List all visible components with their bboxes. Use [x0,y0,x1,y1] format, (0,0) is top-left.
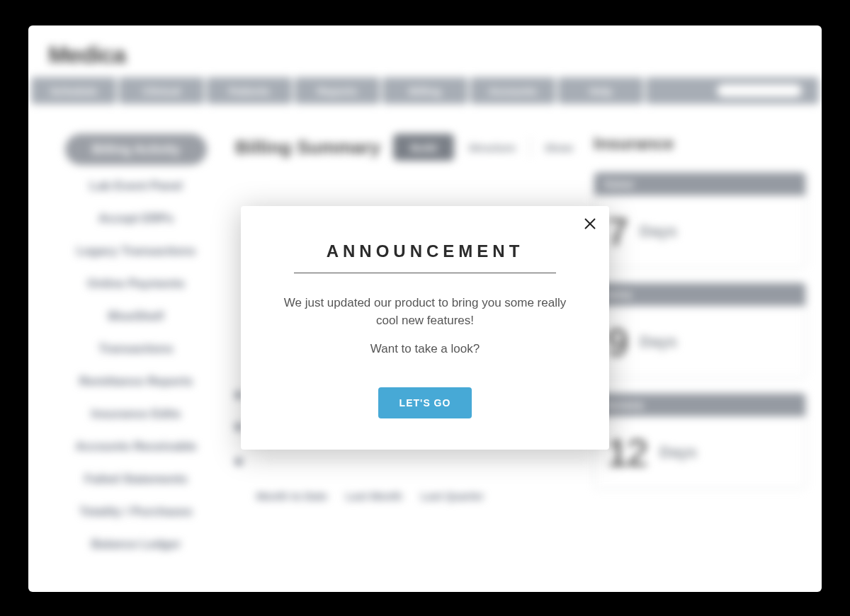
modal-text-1: We just updated our product to bring you… [282,295,568,329]
modal-overlay: ANNOUNCEMENT We just updated our product… [28,25,822,592]
announcement-modal: ANNOUNCEMENT We just updated our product… [241,206,609,450]
close-icon[interactable] [584,217,596,233]
modal-text-2: Want to take a look? [282,342,568,356]
modal-title: ANNOUNCEMENT [294,241,556,273]
app-window: Medica Schedule Clinical Patients Report… [28,25,822,592]
lets-go-button[interactable]: LET'S GO [378,387,472,418]
